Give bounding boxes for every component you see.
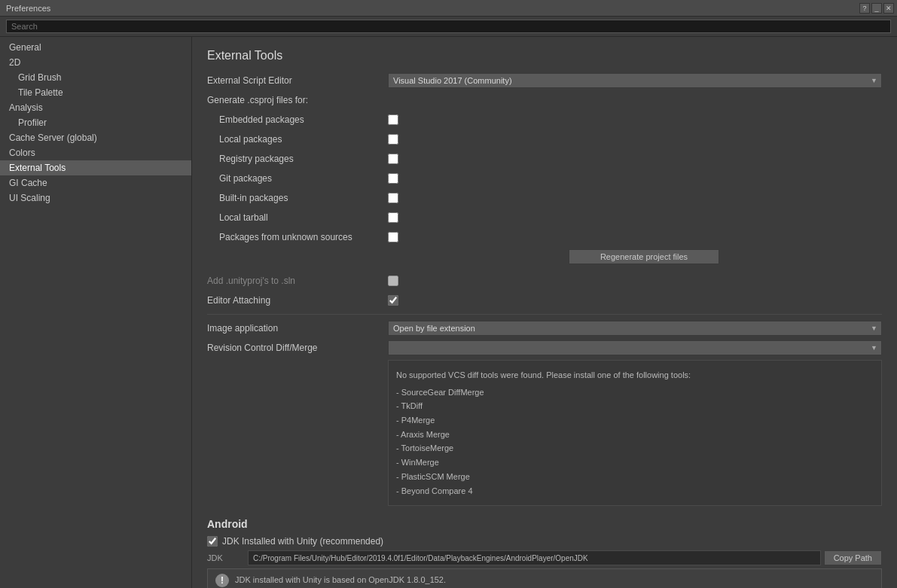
add-unityproj-row: Add .unityproj's to .sln <box>207 273 882 288</box>
diff-tools-box: No supported VCS diff tools were found. … <box>388 360 882 506</box>
registry-packages-row: Registry packages <box>207 151 882 166</box>
android-title: Android <box>207 518 882 530</box>
window-controls: ? _ ✕ <box>859 3 894 14</box>
regenerate-btn[interactable]: Regenerate project files <box>569 249 719 264</box>
android-section: Android JDK Installed with Unity (recomm… <box>207 518 882 588</box>
editor-attaching-row: Editor Attaching <box>207 293 882 308</box>
sidebar-item-gi-cache[interactable]: GI Cache <box>0 175 191 190</box>
revision-control-label: Revision Control Diff/Merge <box>207 343 388 353</box>
local-packages-checkbox[interactable] <box>388 134 398 145</box>
diff-tool-7: - Beyond Compare 4 <box>396 484 874 498</box>
sidebar-item-cache-server[interactable]: Cache Server (global) <box>0 130 191 145</box>
sidebar-item-tile-palette[interactable]: Tile Palette <box>0 85 191 100</box>
local-tarball-label: Local tarball <box>207 212 388 223</box>
title-bar: Preferences ? _ ✕ <box>0 0 897 17</box>
unknown-sources-checkbox[interactable] <box>388 232 398 242</box>
registry-packages-label: Registry packages <box>207 154 388 164</box>
sidebar-item-ui-scaling[interactable]: UI Scaling <box>0 190 191 206</box>
diff-tool-2: - P4Merge <box>396 413 874 428</box>
revision-control-dropdown-wrapper: ▼ <box>388 340 882 355</box>
help-button[interactable]: ? <box>859 3 870 14</box>
main-layout: General 2D Grid Brush Tile Palette Analy… <box>0 37 897 588</box>
add-unityproj-label: Add .unityproj's to .sln <box>207 276 388 286</box>
diff-tool-3: - Araxis Merge <box>396 428 874 442</box>
close-button[interactable]: ✕ <box>883 3 894 14</box>
jdk-checkbox[interactable] <box>207 536 218 547</box>
built-in-packages-row: Built-in packages <box>207 190 882 206</box>
jdk-checkbox-row: JDK Installed with Unity (recommended) <box>207 536 882 547</box>
content-area: External Tools External Script Editor Vi… <box>192 37 897 588</box>
sidebar-item-grid-brush[interactable]: Grid Brush <box>0 70 191 85</box>
embedded-packages-row: Embedded packages <box>207 112 882 127</box>
jdk-info-box: ! JDK installed with Unity is based on O… <box>207 568 882 588</box>
add-unityproj-checkbox[interactable] <box>388 276 398 286</box>
built-in-packages-checkbox[interactable] <box>388 193 398 203</box>
local-packages-label: Local packages <box>207 134 388 145</box>
external-script-editor-dropdown[interactable]: Visual Studio 2017 (Community) Visual St… <box>388 73 882 88</box>
registry-packages-checkbox[interactable] <box>388 154 398 164</box>
local-tarball-row: Local tarball <box>207 210 882 225</box>
search-input[interactable] <box>6 20 891 33</box>
generate-csproj-label: Generate .csproj files for: <box>207 95 388 105</box>
diff-tool-4: - TortoiseMerge <box>396 441 874 455</box>
editor-attaching-label: Editor Attaching <box>207 295 388 306</box>
diff-tool-0: - SourceGear DiffMerge <box>396 385 874 400</box>
sidebar-item-colors[interactable]: Colors <box>0 145 191 160</box>
external-script-editor-label: External Script Editor <box>207 75 388 86</box>
page-title: External Tools <box>207 49 882 62</box>
jdk-path-input[interactable] <box>248 550 821 565</box>
sidebar-item-profiler[interactable]: Profiler <box>0 115 191 130</box>
external-script-editor-dropdown-wrapper: Visual Studio 2017 (Community) Visual St… <box>388 73 882 88</box>
diff-tool-1: - TkDiff <box>396 399 874 413</box>
diff-tool-6: - PlasticSCM Merge <box>396 470 874 484</box>
jdk-path-label: JDK <box>207 553 245 562</box>
git-packages-row: Git packages <box>207 171 882 186</box>
jdk-checkbox-label: JDK Installed with Unity (recommended) <box>222 536 383 547</box>
embedded-packages-label: Embedded packages <box>207 114 388 125</box>
image-application-row: Image application Open by file extension… <box>207 321 882 336</box>
image-application-dropdown[interactable]: Open by file extension <box>388 321 882 336</box>
jdk-info-line1: JDK installed with Unity is based on Ope… <box>235 575 446 584</box>
jdk-copy-button[interactable]: Copy Path <box>824 550 882 565</box>
embedded-packages-checkbox[interactable] <box>388 114 398 125</box>
image-application-dropdown-wrapper: Open by file extension ▼ <box>388 321 882 336</box>
git-packages-checkbox[interactable] <box>388 173 398 184</box>
sidebar-item-general[interactable]: General <box>0 40 191 55</box>
sidebar-item-analysis[interactable]: Analysis <box>0 100 191 115</box>
local-tarball-checkbox[interactable] <box>388 212 398 223</box>
unknown-sources-label: Packages from unknown sources <box>207 232 388 242</box>
diff-tool-5: - WinMerge <box>396 455 874 470</box>
external-script-editor-row: External Script Editor Visual Studio 201… <box>207 73 882 88</box>
revision-control-row: Revision Control Diff/Merge ▼ <box>207 340 882 355</box>
editor-attaching-checkbox[interactable] <box>388 295 398 306</box>
local-packages-row: Local packages <box>207 132 882 147</box>
window-title: Preferences <box>6 4 50 13</box>
git-packages-label: Git packages <box>207 173 388 184</box>
revision-control-dropdown[interactable] <box>388 340 882 355</box>
jdk-info-text: JDK installed with Unity is based on Ope… <box>235 574 506 588</box>
diff-tools-message: No supported VCS diff tools were found. … <box>396 368 874 382</box>
unknown-sources-row: Packages from unknown sources <box>207 230 882 245</box>
sidebar: General 2D Grid Brush Tile Palette Analy… <box>0 37 192 588</box>
generate-csproj-row: Generate .csproj files for: <box>207 93 882 108</box>
built-in-packages-label: Built-in packages <box>207 193 388 203</box>
sidebar-item-external-tools[interactable]: External Tools <box>0 160 191 175</box>
sidebar-item-2d[interactable]: 2D <box>0 55 191 70</box>
search-bar <box>0 17 897 37</box>
info-icon: ! <box>215 574 229 587</box>
jdk-path-row: JDK Copy Path <box>207 550 882 565</box>
minimize-button[interactable]: _ <box>871 3 882 14</box>
image-application-label: Image application <box>207 323 388 334</box>
